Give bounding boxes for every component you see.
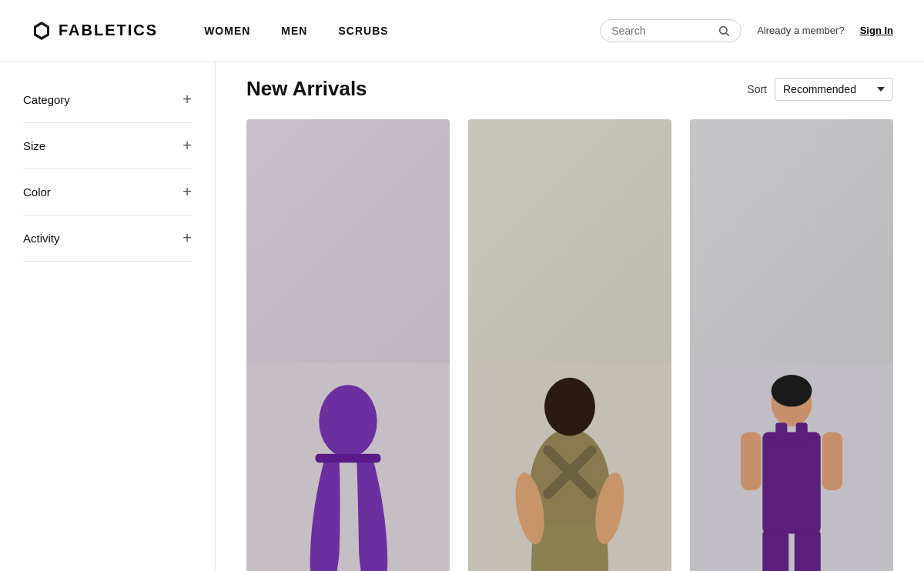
svg-point-16 (772, 375, 812, 406)
search-icon (718, 25, 730, 37)
filter-category[interactable]: Category + (23, 77, 192, 123)
filter-color-label: Color (23, 185, 51, 199)
svg-line-1 (726, 33, 729, 36)
legging-product-image (246, 363, 450, 571)
filter-category-label: Category (23, 93, 70, 106)
svg-point-3 (319, 385, 377, 457)
member-text: Already a member? (757, 25, 844, 36)
logo[interactable]: FABLETICS (31, 20, 158, 42)
bra-product-image (468, 363, 671, 571)
product-image-3: 🔥 🔥 TRENDING! 41 sold in 48 hrs (690, 119, 893, 571)
product-card-2[interactable]: + No-Bounce High Impact Sports Bra NEW V… (468, 119, 671, 571)
product-card-1[interactable]: Define Powerhold® Rain & Reflect HW Legg… (246, 119, 450, 571)
svg-rect-20 (762, 530, 788, 571)
search-box (600, 19, 742, 42)
svg-point-0 (720, 26, 727, 33)
svg-rect-17 (762, 432, 820, 533)
sort-area: Sort Recommended Newest Price: Low to Hi… (747, 78, 893, 101)
product-card-3[interactable]: 🔥 🔥 TRENDING! 41 sold in 48 hrs Motion36… (690, 119, 893, 571)
product-grid: Define Powerhold® Rain & Reflect HW Legg… (246, 119, 893, 571)
svg-rect-24 (741, 432, 761, 489)
svg-rect-19 (796, 422, 808, 444)
filter-activity-expand-icon: + (182, 229, 192, 247)
nav-men[interactable]: MEN (281, 25, 307, 37)
site-header: FABLETICS WOMEN MEN SCRUBS Already a mem… (0, 0, 924, 62)
filter-size-expand-icon: + (182, 137, 192, 155)
header-right: Already a member? Sign In (600, 19, 893, 42)
filter-activity-label: Activity (23, 232, 60, 245)
filter-color[interactable]: Color + (23, 169, 192, 215)
products-area: New Arrivals Sort Recommended Newest Pri… (216, 62, 924, 571)
page-title: New Arrivals (246, 77, 367, 101)
svg-rect-18 (775, 422, 787, 444)
svg-point-9 (544, 378, 595, 436)
svg-rect-6 (316, 454, 381, 462)
nav-women[interactable]: WOMEN (204, 25, 250, 37)
main-content: Category + Size + Color + Activity + New… (0, 62, 924, 571)
filter-color-expand-icon: + (182, 183, 192, 201)
jumpsuit-product-image (690, 363, 893, 571)
product-image-2 (468, 119, 671, 571)
sidebar: Category + Size + Color + Activity + (0, 62, 216, 571)
nav-scrubs[interactable]: SCRUBS (338, 25, 388, 37)
filter-activity[interactable]: Activity + (23, 215, 192, 262)
product-image-1 (246, 119, 450, 571)
sort-label: Sort (747, 83, 767, 95)
filter-size-label: Size (23, 139, 45, 152)
products-header: New Arrivals Sort Recommended Newest Pri… (246, 77, 893, 101)
fabletics-logo-icon (31, 20, 52, 42)
filter-category-expand-icon: + (182, 91, 192, 109)
sign-in-link[interactable]: Sign In (860, 25, 893, 36)
svg-rect-21 (795, 530, 821, 571)
svg-rect-25 (822, 432, 842, 489)
search-input[interactable] (611, 25, 711, 37)
main-nav: WOMEN MEN SCRUBS (204, 25, 600, 37)
logo-text: FABLETICS (59, 22, 158, 39)
filter-size[interactable]: Size + (23, 123, 192, 169)
sort-select[interactable]: Recommended Newest Price: Low to High Pr… (775, 78, 893, 101)
